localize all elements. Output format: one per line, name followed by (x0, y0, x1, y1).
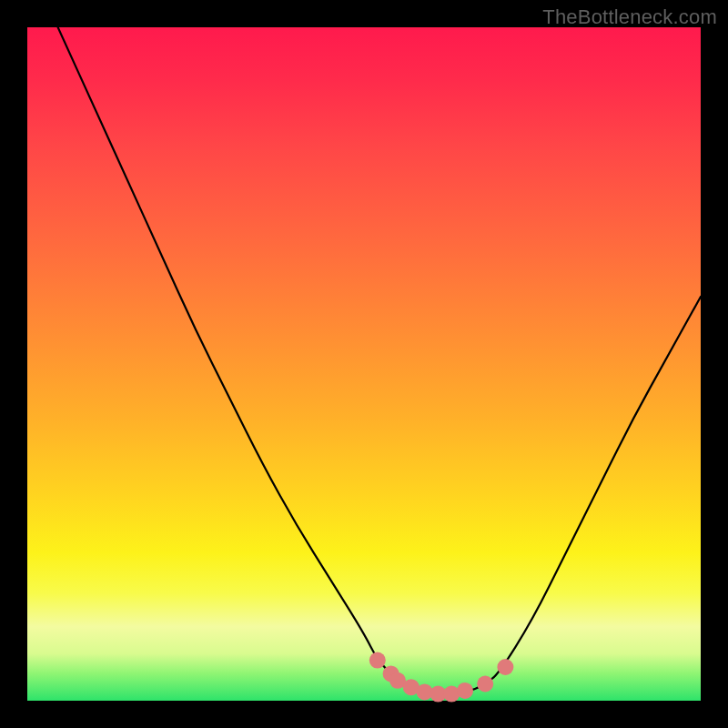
watermark-text: TheBottleneck.com (542, 5, 717, 29)
marker-dot (457, 682, 473, 699)
marker-dot (497, 659, 513, 675)
plot-area (27, 27, 701, 701)
optimal-range-markers (369, 652, 514, 703)
bottleneck-curve (27, 0, 701, 694)
marker-dot (477, 676, 493, 693)
curve-svg (27, 27, 701, 701)
marker-dot (369, 652, 386, 669)
chart-frame: TheBottleneck.com (0, 0, 728, 728)
